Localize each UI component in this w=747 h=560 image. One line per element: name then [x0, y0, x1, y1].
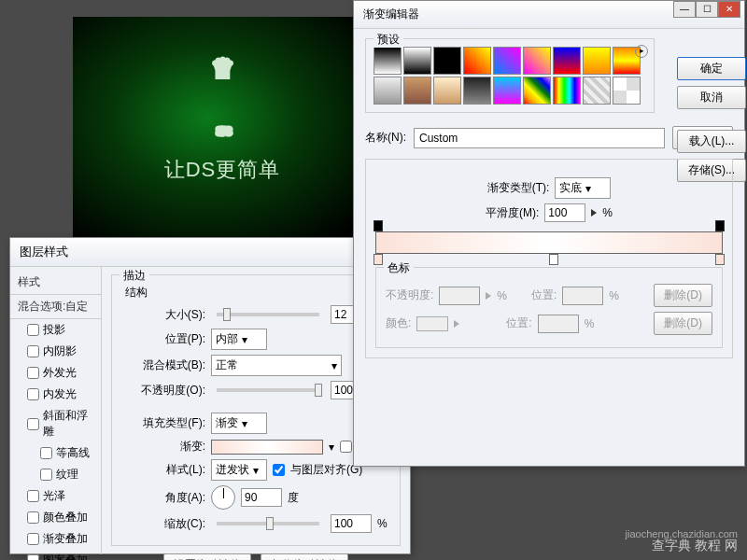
gradient-swatch-3[interactable]	[463, 47, 491, 75]
cancel-button[interactable]: 取消	[677, 86, 746, 109]
close-button[interactable]: ✕	[718, 1, 740, 18]
maximize-button[interactable]: ☐	[696, 1, 718, 18]
style-item-图案叠加[interactable]: 图案叠加	[10, 550, 101, 560]
style-item-外发光[interactable]: 外发光	[10, 362, 101, 384]
gradient-swatch-17[interactable]	[613, 77, 641, 105]
style-checkbox[interactable]	[40, 469, 52, 481]
gradient-swatch-16[interactable]	[583, 77, 611, 105]
blend-mode-select[interactable]: 正常 ▾	[211, 355, 342, 376]
smoothness-label: 平滑度(M):	[486, 205, 539, 221]
style-checkbox[interactable]	[27, 367, 39, 379]
stop-color-swatch[interactable]	[416, 316, 448, 331]
gradient-label: 渐变:	[120, 439, 205, 455]
size-label: 大小(S):	[120, 307, 205, 323]
gradient-swatch-1[interactable]	[403, 47, 431, 75]
gradient-type-label: 渐变类型(T):	[487, 180, 550, 196]
style-item-label: 内发光	[43, 386, 77, 402]
style-select[interactable]: 迸发状 ▾	[211, 459, 267, 481]
gradient-swatch-12[interactable]	[463, 77, 491, 105]
structure-label: 结构	[120, 285, 392, 301]
gradient-preview[interactable]	[211, 440, 323, 455]
style-checkbox[interactable]	[27, 388, 39, 400]
style-checkbox[interactable]	[27, 324, 39, 336]
style-item-投影[interactable]: 投影	[10, 319, 101, 341]
layer-style-title: 图层样式	[10, 238, 410, 267]
style-checkbox[interactable]	[27, 511, 39, 524]
delete-opacity-stop-button[interactable]: 删除(D)	[654, 284, 712, 307]
presets-menu-button[interactable]: ▸	[635, 45, 648, 58]
style-item-光泽[interactable]: 光泽	[10, 485, 101, 507]
blend-options-item[interactable]: 混合选项:自定	[10, 294, 101, 319]
position-select[interactable]: 内部 ▾	[211, 329, 267, 350]
degree-label: 度	[288, 490, 299, 506]
gradient-swatch-7[interactable]	[583, 47, 611, 75]
smoothness-input[interactable]	[544, 203, 585, 222]
opacity-stop-left[interactable]	[374, 220, 383, 231]
color-location-input	[538, 315, 579, 333]
name-label: 名称(N):	[365, 130, 406, 146]
smoothness-dropdown-icon[interactable]	[591, 209, 597, 217]
reset-default-button[interactable]: 复位为默认值	[261, 553, 348, 560]
style-checkbox[interactable]	[27, 554, 39, 560]
logo-subtitle: 让DS更简单	[164, 156, 281, 184]
layer-style-dialog: 图层样式 样式 混合选项:自定 投影内阴影外发光内发光斜面和浮雕等高线纹理光泽颜…	[9, 237, 411, 554]
style-item-label: 渐变叠加	[43, 531, 88, 547]
gradient-swatch-9[interactable]	[374, 77, 402, 105]
gradient-swatch-0[interactable]	[374, 47, 402, 75]
fill-type-select[interactable]: 渐变 ▾	[211, 413, 267, 434]
color-stop-mid[interactable]	[549, 254, 558, 265]
stops-label: 色标	[384, 260, 414, 276]
style-item-渐变叠加[interactable]: 渐变叠加	[10, 528, 101, 550]
scale-input[interactable]	[331, 514, 372, 533]
angle-dial[interactable]	[211, 485, 235, 510]
size-slider[interactable]	[217, 313, 319, 316]
style-item-label: 图案叠加	[43, 553, 88, 560]
dropdown-icon	[486, 292, 491, 300]
opacity-label: 不透明度(O):	[120, 383, 205, 399]
gradient-swatch-13[interactable]	[493, 77, 521, 105]
gradient-swatch-2[interactable]	[433, 47, 461, 75]
gradient-swatch-4[interactable]	[493, 47, 521, 75]
style-item-label: 纹理	[56, 467, 78, 483]
angle-input[interactable]	[241, 488, 282, 507]
gradient-type-select[interactable]: 实底 ▾	[555, 177, 611, 199]
style-item-纹理[interactable]: 纹理	[10, 464, 101, 485]
stop-location-label: 位置:	[531, 287, 557, 303]
style-checkbox[interactable]	[27, 418, 39, 430]
gradient-swatch-5[interactable]	[523, 47, 551, 75]
percent-label: %	[377, 517, 388, 530]
style-checkbox[interactable]	[27, 533, 39, 545]
style-checkbox[interactable]	[27, 490, 39, 502]
scale-label: 缩放(C):	[120, 516, 205, 532]
style-item-等高线[interactable]: 等高线	[10, 442, 101, 464]
color-stop-left[interactable]	[374, 254, 383, 265]
stop-opacity-label: 不透明度:	[386, 287, 433, 303]
opacity-stop-right[interactable]	[715, 220, 725, 231]
reverse-checkbox[interactable]	[340, 441, 352, 453]
style-item-斜面和浮雕[interactable]: 斜面和浮雕	[10, 405, 101, 442]
opacity-slider[interactable]	[217, 388, 319, 392]
gradient-swatch-6[interactable]	[553, 47, 581, 75]
style-item-label: 颜色叠加	[43, 510, 88, 525]
style-item-label: 斜面和浮雕	[43, 408, 95, 440]
style-item-内阴影[interactable]: 内阴影	[10, 341, 101, 362]
load-button[interactable]: 载入(L)...	[677, 130, 746, 153]
set-default-button[interactable]: 设置为默认值	[163, 553, 251, 560]
align-checkbox[interactable]	[273, 464, 285, 476]
delete-color-stop-button[interactable]: 删除(D)	[654, 312, 712, 335]
name-input[interactable]	[414, 128, 665, 148]
gradient-bar[interactable]	[375, 231, 723, 254]
gradient-swatch-14[interactable]	[523, 77, 551, 105]
gradient-swatch-15[interactable]	[553, 77, 581, 105]
color-stop-right[interactable]	[715, 254, 725, 265]
style-checkbox[interactable]	[27, 345, 39, 357]
minimize-button[interactable]: —	[673, 1, 696, 18]
gradient-swatch-10[interactable]	[403, 77, 431, 105]
style-item-颜色叠加[interactable]: 颜色叠加	[10, 507, 101, 528]
gradient-swatch-11[interactable]	[433, 77, 461, 105]
scale-slider[interactable]	[217, 522, 319, 525]
style-checkbox[interactable]	[40, 447, 52, 459]
style-item-内发光[interactable]: 内发光	[10, 384, 101, 405]
presets-group: 预设 ▸	[365, 38, 655, 113]
ok-button[interactable]: 确定	[677, 57, 746, 80]
